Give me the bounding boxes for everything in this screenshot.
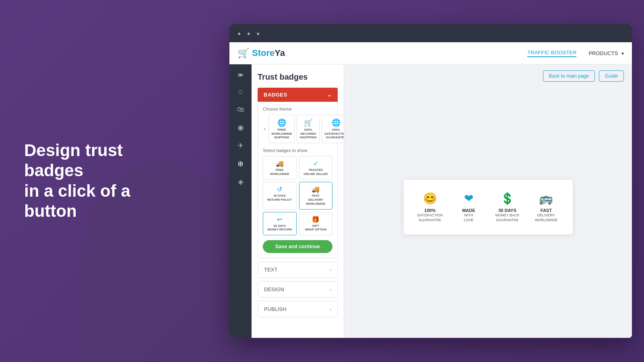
window-close-icon[interactable]: ●: [237, 30, 241, 37]
products-chevron-icon: ▾: [621, 51, 624, 56]
design-chevron-icon: ›: [330, 287, 331, 292]
badge-item-trusted[interactable]: ✓ TRUSTEDONLINE SELLER: [299, 156, 333, 180]
preview-card: 😊 100% SATISFACTIONGUARANTEE ❤ MADE WITH…: [404, 180, 573, 235]
theme-item-3[interactable]: 🌐 100%SATISFACTIONGUARANTEE: [322, 115, 344, 143]
badge-money-return-icon: ↩: [266, 216, 294, 223]
tagline: Design trust badges in a click of a butt…: [24, 140, 185, 222]
preview-delivery-icon: 🚌: [530, 192, 562, 205]
nav-bar: 🛒 StoreYa TRAFFIC BOOSTER PRODUCTS ▾: [229, 42, 632, 64]
preview-badge-made-with-love: ❤ MADE WITHLOVE: [452, 192, 485, 223]
preview-heart-icon: ❤: [452, 192, 485, 205]
choose-theme-label: Choose theme: [263, 107, 332, 111]
badges-accordion-header[interactable]: BADGES ⌄: [258, 88, 338, 102]
top-actions: Back to main page Guide: [543, 70, 624, 82]
nav-products[interactable]: PRODUCTS ▾: [588, 50, 624, 56]
text-accordion: TEXT ›: [258, 261, 338, 278]
badge-truck-icon: 🚚: [266, 160, 294, 167]
theme-carousel: ‹ 🌐 FREEWORLDWIDESHIPPING 🛒 100%SECUREDS…: [263, 115, 332, 143]
window-maximize-icon[interactable]: ●: [256, 30, 260, 37]
page-title: Trust badges: [258, 72, 338, 82]
badge-item-gift[interactable]: 🎁 GIFTWRAP OPTION: [299, 212, 333, 236]
badges-chevron-icon: ⌄: [327, 92, 332, 98]
sidebar-item-trust[interactable]: ⊕: [233, 156, 249, 172]
content-area: Trust badges BADGES ⌄ Choose theme ‹ 🌐: [252, 64, 632, 338]
preview-money-icon: 💲: [491, 192, 524, 205]
sidebar-item-analytics[interactable]: ◉: [233, 119, 249, 136]
badge-fast-icon: 🚚: [302, 185, 330, 193]
design-accordion: DESIGN ›: [258, 281, 338, 298]
text-chevron-icon: ›: [330, 267, 331, 273]
header-bar: ● ● ●: [229, 24, 632, 42]
badges-accordion-body: Choose theme ‹ 🌐 FREEWORLDWIDESHIPPING 🛒…: [258, 102, 338, 258]
sidebar: ≫ ⌂ 🛍 ◉ ✈ ⊕ ◈: [229, 64, 252, 338]
preview-badge-money-back: 💲 30 DAYS MONEY BACKGUARANTEE: [491, 192, 524, 223]
preview-badge-satisfaction: 😊 100% SATISFACTIONGUARANTEE: [414, 192, 446, 223]
logo-text: StoreYa: [252, 48, 285, 58]
badge-item-money-return[interactable]: ↩ 30 DAYSMONEY RETURN: [263, 212, 297, 236]
sidebar-item-settings[interactable]: ◈: [233, 174, 249, 190]
preview-area: Back to main page Guide 😊 100% SATISFACT…: [344, 64, 632, 338]
back-to-main-button[interactable]: Back to main page: [543, 70, 595, 82]
header-icons: ● ● ●: [237, 30, 260, 37]
left-panel: Trust badges BADGES ⌄ Choose theme ‹ 🌐: [252, 64, 344, 338]
select-badges-label: Select badges to show: [263, 148, 332, 153]
logo-cart-icon: 🛒: [237, 47, 250, 59]
theme-item-1[interactable]: 🌐 FREEWORLDWIDESHIPPING: [268, 115, 295, 143]
carousel-prev-button[interactable]: ‹: [263, 124, 266, 133]
nav-traffic-booster[interactable]: TRAFFIC BOOSTER: [527, 49, 576, 57]
design-accordion-header[interactable]: DESIGN ›: [258, 282, 337, 297]
app-window: ● ● ● 🛒 StoreYa TRAFFIC BOOSTER PRODUCTS…: [229, 24, 632, 338]
badge-grid: 🚚 FREEWORLDWIDE ✓ TRUSTEDONLINE SELLER ↺…: [263, 156, 332, 235]
sidebar-item-boost[interactable]: ✈: [233, 138, 249, 154]
logo: 🛒 StoreYa: [237, 47, 285, 59]
publish-accordion-header[interactable]: PUBLISH ›: [258, 301, 337, 317]
theme-cart-icon: 🛒: [299, 118, 316, 127]
text-accordion-header[interactable]: TEXT ›: [258, 262, 337, 278]
nav-links: TRAFFIC BOOSTER PRODUCTS ▾: [527, 49, 624, 57]
badge-gift-icon: 🎁: [302, 216, 330, 223]
preview-badge-fast-delivery: 🚌 FAST DELIVERYWORLDWIDE: [530, 192, 562, 223]
badge-check-icon: ✓: [302, 160, 330, 167]
theme-satisfaction-icon: 🌐: [324, 118, 344, 127]
badge-return-icon: ↺: [266, 185, 294, 193]
guide-button[interactable]: Guide: [599, 70, 624, 82]
theme-globe-icon: 🌐: [271, 118, 292, 127]
preview-satisfaction-icon: 😊: [414, 192, 446, 205]
badge-item-fast[interactable]: 🚚 FASTDELIVERY WORLDWIDE: [299, 182, 333, 209]
main-content: ≫ ⌂ 🛍 ◉ ✈ ⊕ ◈ Trust badges BADGES ⌄: [229, 64, 632, 338]
publish-accordion: PUBLISH ›: [258, 301, 338, 317]
theme-item-2[interactable]: 🛒 100%SECUREDSHOPPING: [297, 115, 319, 143]
marketing-text: Design trust badges in a click of a butt…: [24, 140, 185, 222]
sidebar-collapse-button[interactable]: ≫: [234, 68, 247, 81]
save-continue-button[interactable]: Save and continue: [263, 240, 332, 253]
sidebar-item-home[interactable]: ⌂: [233, 83, 249, 99]
badge-item-return[interactable]: ↺ 30 DYASRETURN POLICY: [263, 182, 297, 209]
sidebar-item-shop[interactable]: 🛍: [233, 101, 249, 117]
badge-item-free[interactable]: 🚚 FREEWORLDWIDE: [263, 156, 297, 180]
window-minimize-icon[interactable]: ●: [247, 30, 250, 37]
publish-chevron-icon: ›: [330, 306, 331, 312]
badges-accordion: BADGES ⌄ Choose theme ‹ 🌐 FREEWORLDWIDES…: [258, 88, 338, 258]
